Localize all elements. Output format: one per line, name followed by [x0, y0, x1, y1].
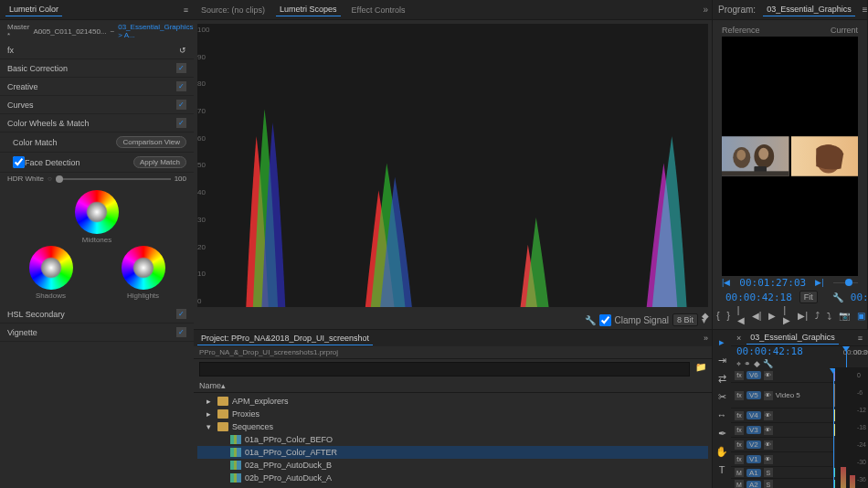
play-icon[interactable]: ▶ [768, 309, 776, 322]
go-to-out-icon[interactable]: ▶| [798, 309, 808, 322]
step-forward-icon[interactable]: |▶ [783, 309, 790, 322]
lock-icon[interactable]: 👁 [764, 371, 773, 380]
comparison-icon[interactable]: ▣ [857, 309, 865, 322]
lock-icon[interactable]: 👁 [764, 411, 773, 420]
go-to-in-icon[interactable]: |◀ [737, 309, 745, 322]
section-checkbox[interactable]: ✓ [176, 309, 186, 319]
mark-out-icon[interactable]: ▶| [815, 278, 823, 287]
video-track-header[interactable]: fxV1👁 [731, 452, 833, 467]
step-back-icon[interactable]: ◀| [752, 309, 762, 322]
left-timecode[interactable]: 00:00:42:18 [725, 292, 792, 303]
video-track-header[interactable]: fxV3👁 [731, 423, 833, 438]
audio-track-header[interactable]: MA1S [731, 467, 833, 479]
hand-tool-icon[interactable]: ✋ [715, 445, 728, 458]
timeline-tab-caret[interactable]: × [736, 334, 741, 343]
section-vignette[interactable]: Vignette ✓ [0, 324, 194, 342]
hdr-white-value[interactable]: 100 [175, 175, 186, 183]
sort-icon[interactable]: ▴ [221, 381, 226, 390]
sequence-item[interactable]: 01a_PPro_Color_BEFO [197, 433, 708, 446]
reference-monitor[interactable] [722, 37, 789, 276]
add-marker-icon[interactable]: ◆ [702, 309, 709, 322]
razor-tool-icon[interactable]: ✂ [715, 390, 728, 403]
toggle-track-icon[interactable]: fx [735, 391, 744, 400]
lumetri-tab[interactable]: Lumetri Color [5, 3, 62, 16]
slip-tool-icon[interactable]: ↔ [715, 408, 728, 421]
folder-item[interactable]: ▸Proxies [197, 408, 708, 420]
section-creative[interactable]: Creative ✓ [0, 78, 194, 96]
pen-tool-icon[interactable]: ✒ [715, 427, 728, 440]
tab-effect-controls[interactable]: Effect Controls [348, 4, 409, 16]
audio-track-header[interactable]: MA2S [731, 479, 833, 488]
name-column-header[interactable]: Name [199, 381, 221, 390]
section-checkbox[interactable]: ✓ [176, 118, 186, 128]
scrub-playhead[interactable] [845, 279, 852, 286]
panel-menu-icon[interactable]: ≡ [184, 5, 188, 15]
lock-icon[interactable]: 👁 [764, 455, 773, 464]
bin-icon[interactable]: 📁 [695, 362, 706, 377]
highlights-wheel[interactable]: Highlights [98, 246, 188, 300]
project-search-input[interactable] [199, 362, 690, 377]
section-checkbox[interactable]: ✓ [176, 327, 186, 337]
extract-icon[interactable]: ⤵ [827, 309, 831, 322]
hdr-white-slider[interactable] [56, 178, 171, 180]
toggle-track-icon[interactable]: fx [735, 411, 744, 420]
project-tab[interactable]: Project: PPro_NA&2018_Drop_UI_screenshot [197, 332, 373, 345]
program-tab[interactable]: 03_Essential_Graphics [763, 3, 855, 16]
section-curves[interactable]: Curves ✓ [0, 96, 194, 114]
toggle-track-icon[interactable]: fx [735, 371, 744, 380]
mark-in-icon[interactable]: |◀ [722, 278, 730, 287]
section-hsl-secondary[interactable]: HSL Secondary ✓ [0, 305, 194, 324]
toggle-track-icon[interactable]: fx [735, 426, 744, 435]
fit-dropdown[interactable]: Fit [799, 291, 818, 303]
master-link[interactable]: 03_Essential_Graphics > A... [118, 23, 193, 39]
settings-icon[interactable]: 🔧 [832, 292, 843, 302]
toggle-track-icon[interactable]: fx [735, 455, 744, 464]
section-checkbox[interactable]: ✓ [176, 63, 186, 73]
midtones-wheel[interactable]: Midtones [75, 190, 119, 244]
sequence-item[interactable]: 02b_PPro_AutoDuck_A [197, 472, 708, 484]
section-checkbox[interactable]: ✓ [176, 81, 186, 91]
reset-icon[interactable]: ↺ [179, 46, 186, 55]
folder-item[interactable]: ▸APM_explorers [197, 395, 708, 408]
video-track-header[interactable]: fxV4👁 [731, 408, 833, 423]
comparison-view-button[interactable]: Comparison View [116, 136, 186, 148]
playhead[interactable] [846, 346, 847, 367]
solo-icon[interactable]: S [764, 480, 773, 488]
shadows-wheel[interactable]: Shadows [5, 246, 96, 300]
section-basic-correction[interactable]: Basic Correction ✓ [0, 59, 194, 78]
tab-source[interactable]: Source: (no clips) [197, 4, 269, 16]
export-frame-icon[interactable]: 📷 [839, 309, 850, 322]
lock-icon[interactable]: 👁 [764, 391, 773, 400]
video-track-header[interactable]: fxV6👁 [731, 368, 833, 383]
video-track-header[interactable]: fxV5👁Video 5 [731, 383, 833, 408]
solo-icon[interactable]: S [764, 468, 773, 477]
toggle-track-icon[interactable]: fx [735, 440, 744, 450]
clamp-signal-checkbox[interactable] [599, 314, 611, 326]
panel-menu-icon[interactable]: ≡ [863, 5, 868, 15]
tabs-overflow-icon[interactable]: » [704, 334, 708, 343]
mark-out-button[interactable]: } [726, 309, 729, 322]
track-select-tool-icon[interactable]: ⇥ [715, 354, 728, 366]
tab-lumetri-scopes[interactable]: Lumetri Scopes [276, 3, 341, 16]
lock-icon[interactable]: 👁 [764, 426, 773, 435]
apply-match-button[interactable]: Apply Match [133, 156, 186, 168]
lift-icon[interactable]: ⤴ [815, 309, 820, 322]
section-checkbox[interactable]: ✓ [176, 100, 186, 110]
selection-tool-icon[interactable]: ▸ [715, 335, 728, 348]
lock-icon[interactable]: 👁 [764, 440, 773, 450]
folder-item[interactable]: ▾Sequences [197, 420, 708, 433]
panel-menu-icon[interactable]: ≡ [858, 334, 863, 343]
wrench-icon[interactable]: 🔧 [585, 315, 596, 325]
face-detection-checkbox[interactable] [13, 156, 25, 168]
current-monitor[interactable] [791, 37, 859, 276]
ripple-tool-icon[interactable]: ⇄ [715, 372, 728, 385]
timeline-timecode[interactable]: 00:00:42:18 [736, 345, 828, 357]
section-color-wheels[interactable]: Color Wheels & Match ✓ [0, 114, 194, 133]
timeline-playhead[interactable] [833, 368, 834, 488]
type-tool-icon[interactable]: T [715, 463, 728, 476]
mute-icon[interactable]: M [735, 480, 744, 488]
tabs-overflow-icon[interactable]: » [703, 5, 708, 15]
sequence-item[interactable]: 01a_PPro_Color_AFTER [197, 446, 708, 459]
scrub-bar[interactable]: |◀ 00:01:27:03 ▶| [722, 276, 858, 289]
video-track-header[interactable]: fxV2👁 [731, 438, 833, 452]
